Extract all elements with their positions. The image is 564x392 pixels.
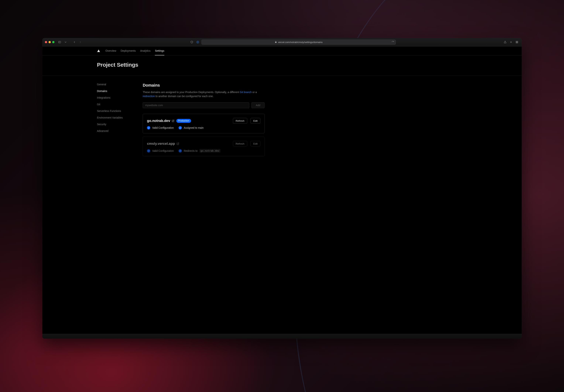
settings-side-nav: General Domains Integrations Git Serverl… [97,83,134,160]
svg-rect-8 [517,41,518,42]
sidebar-menu-chevron-icon[interactable] [63,40,68,44]
domain-card: cmsly.vercel.app Refresh Edit Valid Conf… [143,137,264,156]
nav-link-overview[interactable]: Overview [105,46,116,56]
sidenav-integrations[interactable]: Integrations [97,96,134,99]
nav-link-analytics[interactable]: Analytics [140,46,151,56]
vercel-logo-icon[interactable] [97,46,100,55]
svg-rect-7 [516,41,517,42]
reload-icon[interactable] [392,41,394,43]
check-circle-icon [147,126,150,129]
browser-url-bar[interactable]: vercel.com/notrab/cmsly/settings/domains [201,40,396,45]
nav-forward-button[interactable] [78,40,83,44]
sidenav-git[interactable]: Git [97,103,134,106]
tab-overview-button[interactable] [515,40,519,44]
window-minimize-button[interactable] [49,41,51,43]
section-description: These domains are assigned to your Produ… [143,90,264,98]
nav-link-deployments[interactable]: Deployments [121,46,136,56]
share-button[interactable] [503,40,507,44]
browser-titlebar: vercel.com/notrab/cmsly/settings/domains [42,38,522,46]
domain-card-header: go.notrab.dev Production Refresh Edit [147,118,260,124]
sidenav-security[interactable]: Security [97,123,134,126]
new-tab-button[interactable] [509,40,513,44]
domain-name-link[interactable]: cmsly.vercel.app [147,142,179,146]
project-top-nav: Overview Deployments Analytics Settings [42,46,522,56]
sidenav-serverless-functions[interactable]: Serverless Functions [97,110,134,112]
domain-card-header: cmsly.vercel.app Refresh Edit [147,141,260,146]
lock-icon [275,41,277,43]
window-traffic-lights [45,41,55,43]
window-close-button[interactable] [45,41,47,43]
nav-back-button[interactable] [72,40,77,44]
section-heading: Domains [143,83,264,88]
sidenav-domains[interactable]: Domains [97,90,134,93]
page-title: Project Settings [97,62,467,68]
add-domain-button[interactable]: Add [251,102,264,108]
status-assigned: Assigned to main [179,126,204,129]
refresh-domain-button[interactable]: Refresh [233,141,247,146]
status-redirects-to: Redirects to go.notrab.dev [179,149,220,153]
svg-rect-10 [517,42,518,43]
check-circle-icon [147,149,150,153]
nav-link-settings[interactable]: Settings [155,46,164,56]
page-header: Project Settings [42,56,522,75]
redirect-target-code: go.notrab.dev [199,149,220,153]
sidebar-toggle-button[interactable] [57,40,62,44]
edit-domain-button[interactable]: Edit [250,141,260,146]
svg-rect-3 [198,42,198,43]
window-zoom-button[interactable] [52,41,55,43]
domain-input[interactable] [143,102,249,108]
external-link-icon [177,142,179,145]
sidenav-advanced[interactable]: Advanced [97,129,134,132]
redirection-link[interactable]: redirection [143,95,155,98]
refresh-domain-button[interactable]: Refresh [233,118,247,124]
sidenav-general[interactable]: General [97,83,134,86]
domain-card: go.notrab.dev Production Refresh Edit Va… [143,114,264,133]
privacy-shield-icon[interactable] [190,40,194,44]
check-circle-icon [179,126,182,129]
status-valid-configuration: Valid Configuration [147,126,174,129]
browser-window: vercel.com/notrab/cmsly/settings/domains… [42,38,522,339]
settings-content: General Domains Integrations Git Serverl… [42,75,522,170]
git-branch-link[interactable]: Git branch [240,91,252,94]
svg-rect-0 [58,41,61,43]
window-footer [42,334,522,339]
external-link-icon [172,119,175,122]
add-domain-row: Add [143,102,264,108]
svg-rect-9 [516,42,517,43]
status-valid-configuration: Valid Configuration [147,149,174,153]
domain-status-row: Valid Configuration Assigned to main [147,126,260,129]
domain-status-row: Valid Configuration Redirects to go.notr… [147,149,260,153]
check-circle-icon [179,149,182,153]
page-body: Overview Deployments Analytics Settings … [42,46,522,334]
password-manager-icon[interactable] [195,40,200,44]
url-text: vercel.com/notrab/cmsly/settings/domains [278,41,323,43]
settings-main: Domains These domains are assigned to yo… [143,83,264,160]
production-badge: Production [176,119,191,123]
domain-name-link[interactable]: go.notrab.dev [147,119,175,123]
sidenav-environment-variables[interactable]: Environment Variables [97,116,134,119]
edit-domain-button[interactable]: Edit [250,118,260,124]
